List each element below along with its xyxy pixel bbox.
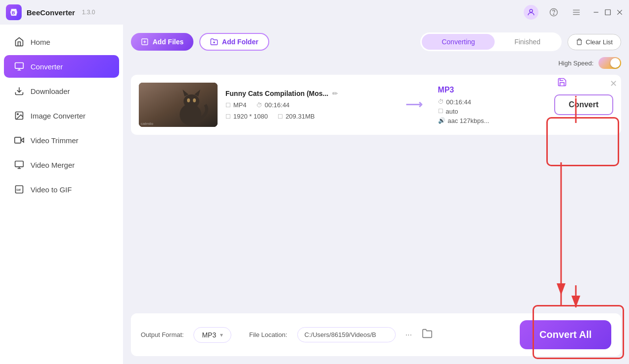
file-info: Funny Cats Compilation (Mos... ✏ ☐ MP4 ⏱ <box>225 90 390 120</box>
video-merger-icon <box>14 159 25 170</box>
convert-arrow: ⟶ <box>398 98 430 112</box>
svg-text:catmilo: catmilo <box>141 121 154 126</box>
file-name: Funny Cats Compilation (Mos... <box>225 90 328 97</box>
file-list: catmilo Funny Cats Compilation (Mos... ✏ <box>131 75 621 307</box>
sidebar-item-video-to-gif[interactable]: GIF Video to GIF <box>4 178 119 201</box>
browse-folder-icon[interactable] <box>422 328 433 341</box>
svg-rect-18 <box>15 161 24 167</box>
svg-point-15 <box>17 114 19 115</box>
sidebar-item-image-converter[interactable]: Image Converter <box>4 104 119 127</box>
source-resolution-value: 1920 * 1080 <box>233 113 268 120</box>
svg-text:GIF: GIF <box>16 188 21 191</box>
minimize-button[interactable] <box>593 9 599 16</box>
user-icon[interactable] <box>524 5 538 20</box>
tab-converting[interactable]: Converting <box>422 34 495 50</box>
audio-icon: 🔊 <box>438 117 445 124</box>
tab-group: Converting Finished <box>420 32 562 51</box>
toggle-thumb <box>610 58 620 68</box>
add-folder-button[interactable]: Add Folder <box>199 33 269 51</box>
clear-list-button[interactable]: Clear List <box>567 34 621 50</box>
sidebar-item-video-trimmer[interactable]: Video Trimmer <box>4 129 119 152</box>
svg-rect-17 <box>15 137 21 143</box>
sidebar-label-image-converter: Image Converter <box>31 112 86 120</box>
source-format: ☐ MP4 <box>225 101 247 109</box>
clock-icon: ⏱ <box>256 102 262 109</box>
clear-list-label: Clear List <box>586 38 613 46</box>
target-audio-value: aac 127kbps... <box>448 117 490 124</box>
svg-marker-16 <box>21 138 24 142</box>
target-clock-icon: ⏱ <box>438 98 444 105</box>
speed-row: High Speed: <box>131 57 621 69</box>
svg-text:B: B <box>12 10 15 15</box>
tab-finished[interactable]: Finished <box>495 34 560 50</box>
help-icon[interactable] <box>546 5 561 20</box>
file-meta-source2: ☐ 1920 * 1080 ☐ 209.31MB <box>225 113 390 120</box>
edit-icon[interactable]: ✏ <box>332 90 338 97</box>
output-format-label: Output Format: <box>141 331 184 338</box>
save-preset-icon[interactable] <box>557 77 598 90</box>
target-quality: ☐ auto <box>438 108 536 115</box>
sidebar-label-video-to-gif: Video to GIF <box>31 185 72 194</box>
file-meta-source: ☐ MP4 ⏱ 00:16:44 <box>225 101 390 109</box>
arrow-right-icon: ⟶ <box>406 98 422 112</box>
svg-rect-9 <box>605 10 611 15</box>
source-size: ☐ 209.31MB <box>278 113 314 120</box>
target-duration: ⏱ 00:16:44 <box>438 98 536 106</box>
high-speed-toggle[interactable] <box>598 57 621 69</box>
convert-button[interactable]: Convert <box>554 94 613 115</box>
content-area: Add Files Add Folder Converting Finished <box>123 25 629 364</box>
add-files-button[interactable]: Add Files <box>131 33 193 51</box>
sidebar-label-video-merger: Video Merger <box>31 161 75 169</box>
downloader-icon <box>14 86 25 96</box>
file-location-label: File Location: <box>249 331 287 338</box>
svg-point-30 <box>184 94 199 108</box>
format-icon: ☐ <box>225 102 231 109</box>
more-options-icon[interactable]: ··· <box>406 331 412 339</box>
convert-all-button[interactable]: Convert All <box>520 320 611 349</box>
quality-icon: ☐ <box>438 108 443 115</box>
thumbnail-image: catmilo <box>139 83 218 127</box>
delete-file-icon[interactable]: ✕ <box>609 77 618 90</box>
add-folder-label: Add Folder <box>222 38 258 46</box>
svg-rect-12 <box>15 63 24 69</box>
svg-point-4 <box>553 14 554 15</box>
file-name-row: Funny Cats Compilation (Mos... ✏ <box>225 90 390 97</box>
target-duration-value: 00:16:44 <box>446 98 472 106</box>
target-quality-value: auto <box>446 108 458 115</box>
sidebar-label-video-trimmer: Video Trimmer <box>31 136 78 145</box>
video-to-gif-icon: GIF <box>14 184 25 195</box>
toolbar: Add Files Add Folder Converting Finished <box>131 32 621 51</box>
high-speed-label: High Speed: <box>558 60 594 67</box>
source-format-value: MP4 <box>233 101 247 109</box>
sidebar-item-video-merger[interactable]: Video Merger <box>4 153 119 176</box>
app-name: BeeConverter <box>27 8 75 17</box>
source-resolution: ☐ 1920 * 1080 <box>225 113 268 120</box>
maximize-button[interactable] <box>604 9 611 16</box>
format-select[interactable]: MP3 ▾ <box>193 327 231 343</box>
image-converter-icon <box>14 110 25 121</box>
close-button[interactable] <box>616 9 623 16</box>
sidebar-label-converter: Converter <box>31 62 63 71</box>
source-duration: ⏱ 00:16:44 <box>256 101 290 109</box>
file-location-input[interactable]: C:/Users/86159/Videos/B <box>297 327 396 342</box>
size-icon: ☐ <box>278 113 283 120</box>
sidebar-label-home: Home <box>31 38 50 46</box>
output-info: MP3 ⏱ 00:16:44 ☐ auto <box>438 86 536 124</box>
sidebar-item-converter[interactable]: Converter <box>4 55 119 78</box>
file-thumbnail: catmilo <box>139 83 218 127</box>
svg-point-2 <box>530 9 533 12</box>
sidebar-item-home[interactable]: Home <box>4 30 119 53</box>
svg-point-33 <box>187 98 190 102</box>
menu-icon[interactable] <box>569 5 584 20</box>
target-audio: 🔊 aac 127kbps... <box>438 117 536 124</box>
home-icon <box>14 36 25 47</box>
output-meta: ⏱ 00:16:44 ☐ auto 🔊 aac 127kbps... <box>438 98 536 124</box>
add-files-label: Add Files <box>153 38 184 46</box>
titlebar: B BeeConverter 1.3.0 <box>0 0 629 25</box>
location-value: C:/Users/86159/Videos/B <box>305 331 377 338</box>
sidebar-label-downloader: Downloader <box>31 87 70 95</box>
svg-point-34 <box>193 98 196 102</box>
app-logo: B <box>6 4 22 20</box>
app-version: 1.3.0 <box>82 9 95 16</box>
sidebar-item-downloader[interactable]: Downloader <box>4 80 119 102</box>
